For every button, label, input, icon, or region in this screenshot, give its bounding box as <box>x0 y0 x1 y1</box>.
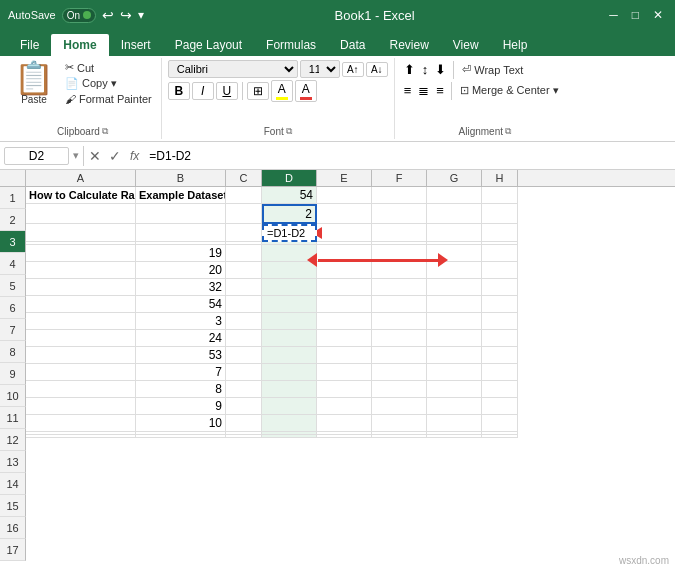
cell-G10[interactable] <box>427 330 482 347</box>
cell-A3[interactable] <box>26 224 136 242</box>
row-num-15[interactable]: 15 <box>0 495 26 517</box>
cell-B5[interactable]: 19 <box>136 245 226 262</box>
cut-button[interactable]: ✂ ✂ Cut Cut <box>62 60 155 75</box>
cell-A15[interactable] <box>26 415 136 432</box>
cell-G14[interactable] <box>427 398 482 415</box>
cell-A7[interactable] <box>26 279 136 296</box>
align-center-btn[interactable]: ≣ <box>415 81 432 100</box>
cell-H17[interactable] <box>482 435 518 438</box>
cell-G1[interactable] <box>427 187 482 204</box>
cell-C11[interactable] <box>226 347 262 364</box>
cell-E2[interactable] <box>317 204 372 224</box>
cell-E3[interactable] <box>317 224 372 242</box>
name-box[interactable] <box>4 147 69 165</box>
cell-E9[interactable] <box>317 313 372 330</box>
tab-home[interactable]: Home <box>51 34 108 56</box>
cell-A13[interactable] <box>26 381 136 398</box>
row-num-16[interactable]: 16 <box>0 517 26 539</box>
row-num-4[interactable]: 4 <box>0 253 26 275</box>
col-header-H[interactable]: H <box>482 170 518 186</box>
cell-E12[interactable] <box>317 364 372 381</box>
cell-G11[interactable] <box>427 347 482 364</box>
cell-D13[interactable] <box>262 381 317 398</box>
cell-A10[interactable] <box>26 330 136 347</box>
row-num-6[interactable]: 6 <box>0 297 26 319</box>
cell-A8[interactable] <box>26 296 136 313</box>
copy-button[interactable]: 📄 Copy ▾ <box>62 76 155 91</box>
formula-input[interactable] <box>145 148 671 164</box>
row-num-7[interactable]: 7 <box>0 319 26 341</box>
cell-B13[interactable]: 8 <box>136 381 226 398</box>
cell-D12[interactable] <box>262 364 317 381</box>
row-num-12[interactable]: 12 <box>0 429 26 451</box>
col-header-F[interactable]: F <box>372 170 427 186</box>
wrap-text-button[interactable]: ⏎ Wrap Text <box>458 61 527 78</box>
cancel-formula-btn[interactable]: ✕ <box>86 148 104 164</box>
cell-F5[interactable] <box>372 245 427 262</box>
cell-H8[interactable] <box>482 296 518 313</box>
cell-F2[interactable] <box>372 204 427 224</box>
row-num-11[interactable]: 11 <box>0 407 26 429</box>
tab-page-layout[interactable]: Page Layout <box>163 34 254 56</box>
cell-E8[interactable] <box>317 296 372 313</box>
cell-C5[interactable] <box>226 245 262 262</box>
cell-H15[interactable] <box>482 415 518 432</box>
cell-B7[interactable]: 32 <box>136 279 226 296</box>
cell-H6[interactable] <box>482 262 518 279</box>
cell-B8[interactable]: 54 <box>136 296 226 313</box>
cell-B3[interactable] <box>136 224 226 242</box>
cell-C9[interactable] <box>226 313 262 330</box>
font-size-select[interactable]: 11 <box>300 60 340 78</box>
row-num-13[interactable]: 13 <box>0 451 26 473</box>
cell-D10[interactable] <box>262 330 317 347</box>
cell-E6[interactable] <box>317 262 372 279</box>
paste-button[interactable]: 📋 Paste <box>10 60 58 107</box>
row-num-5[interactable]: 5 <box>0 275 26 297</box>
cell-F11[interactable] <box>372 347 427 364</box>
cell-F14[interactable] <box>372 398 427 415</box>
cell-C10[interactable] <box>226 330 262 347</box>
cell-H10[interactable] <box>482 330 518 347</box>
cell-D9[interactable] <box>262 313 317 330</box>
cell-D7[interactable] <box>262 279 317 296</box>
align-top-btn[interactable]: ⬆ <box>401 60 418 79</box>
italic-button[interactable]: I <box>192 82 214 100</box>
cell-A2[interactable] <box>26 204 136 224</box>
cell-E5[interactable] <box>317 245 372 262</box>
cell-C3[interactable] <box>226 224 262 242</box>
cell-F1[interactable] <box>372 187 427 204</box>
tab-formulas[interactable]: Formulas <box>254 34 328 56</box>
cell-A17[interactable] <box>26 435 136 438</box>
font-expand[interactable]: ⧉ <box>286 126 292 137</box>
cell-E7[interactable] <box>317 279 372 296</box>
cell-D8[interactable] <box>262 296 317 313</box>
cell-C1[interactable] <box>226 187 262 204</box>
cell-B17[interactable] <box>136 435 226 438</box>
cell-E13[interactable] <box>317 381 372 398</box>
row-num-17[interactable]: 17 <box>0 539 26 561</box>
cell-G12[interactable] <box>427 364 482 381</box>
cell-E15[interactable] <box>317 415 372 432</box>
row-num-10[interactable]: 10 <box>0 385 26 407</box>
cell-B1[interactable]: Example Dataset <box>136 187 226 204</box>
cell-G15[interactable] <box>427 415 482 432</box>
cell-H2[interactable] <box>482 204 518 224</box>
cell-F17[interactable] <box>372 435 427 438</box>
cell-E10[interactable] <box>317 330 372 347</box>
tab-data[interactable]: Data <box>328 34 377 56</box>
cell-G9[interactable] <box>427 313 482 330</box>
cell-C15[interactable] <box>226 415 262 432</box>
cell-B6[interactable]: 20 <box>136 262 226 279</box>
cell-C13[interactable] <box>226 381 262 398</box>
align-right-btn[interactable]: ≡ <box>433 81 447 100</box>
cell-G13[interactable] <box>427 381 482 398</box>
row-num-1[interactable]: 1 <box>0 187 26 209</box>
cell-H13[interactable] <box>482 381 518 398</box>
cell-B10[interactable]: 24 <box>136 330 226 347</box>
format-painter-button[interactable]: 🖌 Format Painter <box>62 92 155 106</box>
cell-C14[interactable] <box>226 398 262 415</box>
cell-F3[interactable] <box>372 224 427 242</box>
cell-D3-active[interactable]: =D1-D2 <box>262 224 317 242</box>
cell-F12[interactable] <box>372 364 427 381</box>
cell-B12[interactable]: 7 <box>136 364 226 381</box>
